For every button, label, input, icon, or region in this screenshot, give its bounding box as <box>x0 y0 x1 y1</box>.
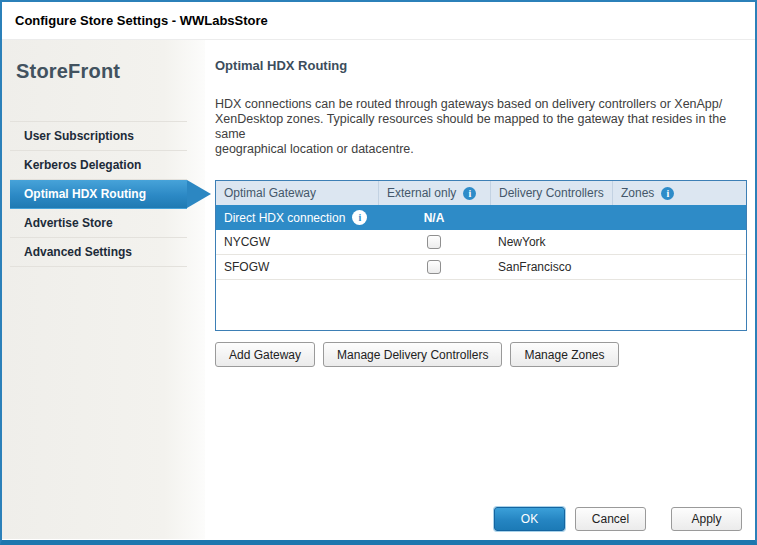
sidebar-item-label: Optimal HDX Routing <box>24 187 146 201</box>
info-icon[interactable]: i <box>463 187 476 200</box>
table-row-direct-hdx-connection[interactable]: Direct HDX connection i N/A <box>216 205 746 230</box>
table-empty-area <box>216 280 746 330</box>
external-only-checkbox[interactable] <box>427 260 441 274</box>
info-icon[interactable]: i <box>352 210 367 225</box>
column-header-zones: Zones i <box>612 181 746 205</box>
dialog-footer-buttons: OK Cancel Apply <box>494 507 742 531</box>
column-header-label: Optimal Gateway <box>224 186 316 200</box>
delivery-controllers-cell: NewYork <box>490 235 612 249</box>
column-header-delivery-controllers: Delivery Controllers <box>490 181 612 205</box>
manage-delivery-controllers-button[interactable]: Manage Delivery Controllers <box>323 342 502 367</box>
table-row-sfogw[interactable]: SFOGW SanFrancisco <box>216 255 746 280</box>
sidebar: StoreFront User Subscriptions Kerberos D… <box>2 40 205 539</box>
table-header-row: Optimal Gateway External only i Delivery… <box>216 181 746 205</box>
delivery-controllers-cell: SanFrancisco <box>490 260 612 274</box>
main-panel: Optimal HDX Routing HDX connections can … <box>205 40 755 539</box>
description-line: geographical location or datacentre. <box>215 142 749 157</box>
add-gateway-button[interactable]: Add Gateway <box>215 342 315 367</box>
window-title: Configure Store Settings - WWLabsStore <box>15 13 268 28</box>
sidebar-nav: User Subscriptions Kerberos Delegation O… <box>10 121 187 267</box>
column-header-label: Zones <box>621 186 654 200</box>
selected-item-arrow <box>187 180 211 208</box>
dialog-content: StoreFront User Subscriptions Kerberos D… <box>2 40 755 539</box>
gateway-name: Direct HDX connection <box>224 211 345 225</box>
storefront-brand: StoreFront <box>16 60 205 83</box>
sidebar-item-label: User Subscriptions <box>24 129 134 143</box>
gateway-name-cell: SFOGW <box>216 260 378 274</box>
external-only-cell: N/A <box>378 211 490 225</box>
external-only-cell <box>378 235 490 249</box>
external-only-cell <box>378 260 490 274</box>
gateway-name-cell: NYCGW <box>216 235 378 249</box>
info-icon[interactable]: i <box>661 187 674 200</box>
description-line: HDX connections can be routed through ga… <box>215 97 749 112</box>
manage-zones-button[interactable]: Manage Zones <box>510 342 618 367</box>
column-header-label: External only <box>387 186 456 200</box>
column-header-optimal-gateway: Optimal Gateway <box>216 181 378 205</box>
column-header-label: Delivery Controllers <box>499 186 604 200</box>
page-title: Optimal HDX Routing <box>215 58 755 73</box>
sidebar-item-kerberos-delegation[interactable]: Kerberos Delegation <box>10 151 187 180</box>
sidebar-item-user-subscriptions[interactable]: User Subscriptions <box>10 122 187 151</box>
description-text: HDX connections can be routed through ga… <box>215 97 749 157</box>
configure-store-settings-dialog: Configure Store Settings - WWLabsStore S… <box>0 0 757 545</box>
column-header-external-only: External only i <box>378 181 490 205</box>
titlebar: Configure Store Settings - WWLabsStore <box>2 2 755 40</box>
sidebar-item-label: Advertise Store <box>24 216 113 230</box>
table-row-nycgw[interactable]: NYCGW NewYork <box>216 230 746 255</box>
sidebar-item-optimal-hdx-routing[interactable]: Optimal HDX Routing <box>10 180 187 209</box>
gateway-name-cell: Direct HDX connection i <box>216 210 378 225</box>
cancel-button[interactable]: Cancel <box>575 507 646 531</box>
table-action-buttons: Add Gateway Manage Delivery Controllers … <box>215 342 755 367</box>
apply-button[interactable]: Apply <box>671 507 742 531</box>
sidebar-item-label: Kerberos Delegation <box>24 158 141 172</box>
ok-button[interactable]: OK <box>494 507 565 531</box>
sidebar-item-label: Advanced Settings <box>24 245 132 259</box>
sidebar-item-advanced-settings[interactable]: Advanced Settings <box>10 238 187 267</box>
description-line: XenDesktop zones. Typically resources sh… <box>215 112 749 142</box>
external-only-checkbox[interactable] <box>427 235 441 249</box>
optimal-gateway-table: Optimal Gateway External only i Delivery… <box>215 180 747 331</box>
sidebar-item-advertise-store[interactable]: Advertise Store <box>10 209 187 238</box>
